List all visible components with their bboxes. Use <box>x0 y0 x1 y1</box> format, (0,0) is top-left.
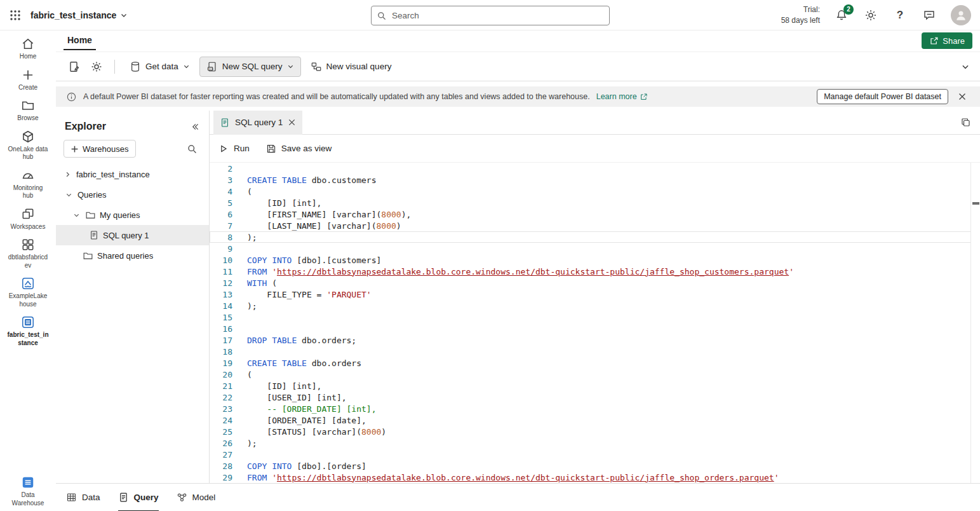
sidebar-item-data-warehouse[interactable]: Data Warehouse <box>3 475 53 507</box>
code-line[interactable]: 11FROM 'https://dbtlabsynapsedatalake.bl… <box>210 266 971 277</box>
tree-item-sql-query-1[interactable]: SQL query 1 <box>56 225 209 245</box>
waffle-menu-icon[interactable] <box>0 0 30 31</box>
chevron-right-icon <box>62 171 72 178</box>
code-line[interactable]: 15 <box>210 311 971 323</box>
code-line[interactable]: 22 [USER_ID] [int], <box>210 392 971 403</box>
code-line[interactable]: 6 [FIRST_NAME] [varchar](8000), <box>210 208 971 220</box>
code-line[interactable]: 28COPY INTO [dbo].[orders] <box>210 460 971 472</box>
line-number: 17 <box>210 336 232 345</box>
explorer-search-button[interactable] <box>184 140 200 157</box>
code-line[interactable]: 8); <box>210 231 971 243</box>
code-line[interactable]: 13 FILE_TYPE = 'PARQUET' <box>210 289 971 300</box>
line-number: 24 <box>210 416 232 425</box>
tab-sql-query-1[interactable]: SQL query 1 <box>213 111 302 135</box>
code-line[interactable]: 2 <box>210 163 971 174</box>
learn-more-link[interactable]: Learn more <box>596 92 648 101</box>
tree-item-label: My queries <box>100 210 140 220</box>
code-line[interactable]: 27 <box>210 449 971 460</box>
code-line[interactable]: 4( <box>210 186 971 197</box>
tree-item-warehouse[interactable]: fabric_test_instance <box>56 164 209 184</box>
tree-item-shared-queries[interactable]: Shared queries <box>56 245 209 266</box>
code-line[interactable]: 24 [ORDER_DATE] [date], <box>210 414 971 426</box>
new-report-button[interactable] <box>64 57 84 77</box>
ribbon-tab-bar: Home Share <box>56 31 980 52</box>
sidebar-item-onelake-data-hub[interactable]: OneLake data hub <box>3 130 53 161</box>
line-number: 16 <box>210 324 232 334</box>
workspace-switcher[interactable]: fabric_test_instance <box>30 10 128 20</box>
code-line-text: ( <box>232 187 252 196</box>
close-icon <box>288 118 296 126</box>
add-warehouses-button[interactable]: Warehouses <box>64 140 136 158</box>
code-line[interactable]: 16 <box>210 323 971 334</box>
sidebar-item-label: Create <box>7 84 49 92</box>
external-link-icon <box>640 93 648 101</box>
collapse-ribbon-button[interactable] <box>961 62 970 71</box>
save-as-view-button[interactable]: Save as view <box>266 144 332 154</box>
code-line[interactable]: 17DROP TABLE dbo.orders; <box>210 334 971 346</box>
notifications-button[interactable]: 2 <box>834 8 849 23</box>
code-line[interactable]: 3CREATE TABLE dbo.customers <box>210 174 971 186</box>
save-icon <box>266 144 276 154</box>
learn-more-label: Learn more <box>596 92 637 101</box>
tab-model[interactable]: Model <box>177 484 216 511</box>
code-line[interactable]: 7 [LAST_NAME] [varchar](8000) <box>210 220 971 231</box>
banner-close-button[interactable] <box>955 89 970 104</box>
tree-item-my-queries[interactable]: My queries <box>56 205 209 225</box>
close-icon <box>958 92 967 101</box>
code-line[interactable]: 18 <box>210 346 971 357</box>
sql-code-editor[interactable]: 23CREATE TABLE dbo.customers4(5 [ID] [in… <box>210 163 980 483</box>
new-sql-query-button[interactable]: SQL New SQL query <box>199 57 301 77</box>
code-line[interactable]: 20( <box>210 369 971 380</box>
code-line[interactable]: 23 -- [ORDER_DATE] [int], <box>210 403 971 414</box>
tab-home[interactable]: Home <box>64 32 96 50</box>
tab-data[interactable]: Data <box>66 484 100 511</box>
copy-button[interactable] <box>960 117 971 128</box>
lakehouse-icon <box>21 276 35 290</box>
code-line[interactable]: 12WITH ( <box>210 277 971 289</box>
code-line[interactable]: 14); <box>210 300 971 311</box>
sidebar-item-workspaces[interactable]: Workspaces <box>3 207 53 231</box>
sidebar-item-fabric-test-instance[interactable]: fabric_test_instance <box>3 315 53 347</box>
manage-dataset-button[interactable]: Manage default Power BI dataset <box>817 89 948 104</box>
tree-item-queries[interactable]: Queries <box>56 184 209 205</box>
settings-button[interactable] <box>863 8 878 23</box>
search-input[interactable] <box>392 11 604 20</box>
share-icon <box>929 36 939 46</box>
line-number: 21 <box>210 381 232 391</box>
tab-query[interactable]: Query <box>118 484 159 511</box>
new-visual-query-button[interactable]: New visual query <box>304 57 399 77</box>
sidebar-item-monitoring-hub[interactable]: Monitoring hub <box>3 168 53 200</box>
folder-icon <box>21 99 35 112</box>
account-avatar[interactable] <box>951 5 971 25</box>
close-tab-button[interactable] <box>288 118 296 126</box>
code-line[interactable]: 25 [STATUS] [varchar](8000) <box>210 426 971 437</box>
database-icon <box>130 61 141 72</box>
line-number: 27 <box>210 450 232 460</box>
code-line[interactable]: 19CREATE TABLE dbo.orders <box>210 357 971 369</box>
sidebar-item-home[interactable]: Home <box>3 37 53 61</box>
sidebar-item-dbtlabsfabricdev[interactable]: dbtlabsfabricdev <box>3 238 53 269</box>
feedback-button[interactable] <box>922 8 937 23</box>
settings-tool-button[interactable] <box>86 57 107 77</box>
sidebar-item-create[interactable]: Create <box>3 68 53 92</box>
code-line[interactable]: 5 [ID] [int], <box>210 197 971 208</box>
code-line[interactable]: 26); <box>210 437 971 449</box>
share-button[interactable]: Share <box>922 32 972 49</box>
global-search[interactable] <box>371 6 610 25</box>
help-button[interactable]: ? <box>892 8 908 23</box>
code-line-text: FROM 'https://dbtlabsynapsedatalake.blob… <box>232 267 794 276</box>
code-line[interactable]: 9 <box>210 243 971 254</box>
visual-query-icon <box>311 61 322 72</box>
code-line-text: CREATE TABLE dbo.orders <box>232 358 361 368</box>
code-line[interactable]: 29FROM 'https://dbtlabsynapsedatalake.bl… <box>210 472 971 483</box>
line-number: 28 <box>210 461 232 471</box>
run-button[interactable]: Run <box>218 144 250 154</box>
sidebar-item-examplelakehouse[interactable]: ExampleLakehouse <box>3 276 53 308</box>
sidebar-item-browse[interactable]: Browse <box>3 99 53 123</box>
get-data-button[interactable]: Get data <box>123 57 197 77</box>
line-number: 9 <box>210 244 232 254</box>
collapse-explorer-button[interactable] <box>191 122 200 132</box>
code-line[interactable]: 21 [ID] [int], <box>210 380 971 392</box>
editor-scrollbar[interactable] <box>970 163 971 483</box>
code-line[interactable]: 10COPY INTO [dbo].[customers] <box>210 254 971 266</box>
